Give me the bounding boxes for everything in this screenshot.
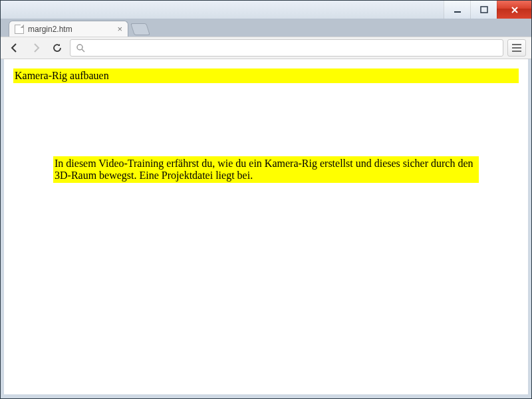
new-tab-button[interactable] xyxy=(130,23,150,35)
page-file-icon xyxy=(15,25,24,34)
svg-rect-1 xyxy=(481,7,487,13)
window-frame: margin2.htm × Kamera-Rig aufbauen In die… xyxy=(0,0,532,399)
forward-button[interactable] xyxy=(27,39,45,57)
close-button[interactable] xyxy=(497,1,531,19)
os-titlebar xyxy=(1,1,531,19)
browser-menu-button[interactable] xyxy=(507,39,526,57)
address-input[interactable] xyxy=(89,43,497,54)
browser-tab[interactable]: margin2.htm × xyxy=(9,21,128,37)
svg-point-2 xyxy=(77,45,82,50)
browser-toolbar xyxy=(1,37,531,59)
maximize-button[interactable] xyxy=(470,1,497,19)
back-button[interactable] xyxy=(6,39,23,57)
page-viewport: Kamera-Rig aufbauen In diesem Video-Trai… xyxy=(1,59,531,398)
address-bar[interactable] xyxy=(70,39,503,57)
tab-title: margin2.htm xyxy=(28,25,113,34)
tab-close-icon[interactable]: × xyxy=(117,25,122,33)
search-icon xyxy=(76,43,85,53)
svg-rect-0 xyxy=(454,11,461,13)
svg-line-3 xyxy=(82,49,84,52)
minimize-button[interactable] xyxy=(444,1,470,19)
page-body: Kamera-Rig aufbauen In diesem Video-Trai… xyxy=(4,59,528,192)
page-heading: Kamera-Rig aufbauen xyxy=(13,68,519,83)
reload-button[interactable] xyxy=(49,39,66,57)
page-paragraph: In diesem Video-Training erfährst du, wi… xyxy=(53,156,479,183)
tab-strip: margin2.htm × xyxy=(1,19,531,37)
